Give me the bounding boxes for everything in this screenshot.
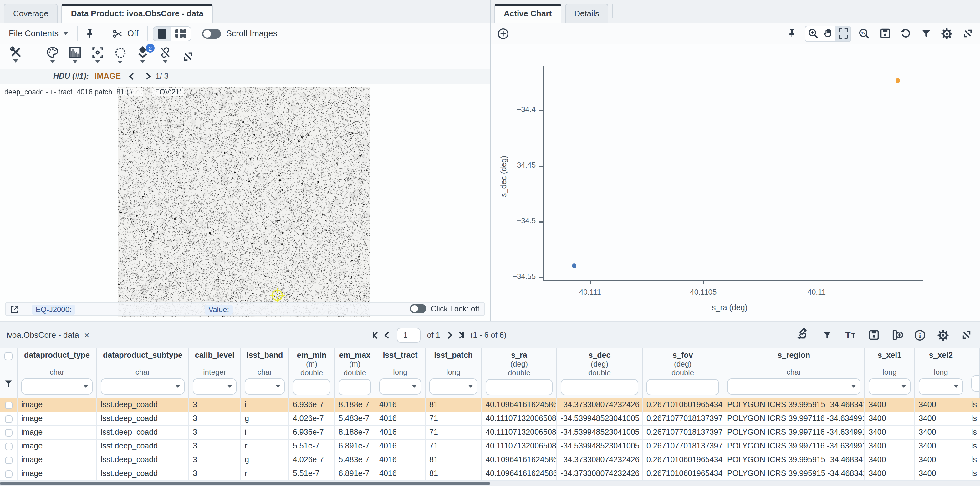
filter-input-s_ra[interactable] — [485, 379, 552, 395]
pin-button[interactable] — [82, 26, 97, 41]
row-checkbox[interactable] — [5, 470, 12, 478]
filter-input-s_xel2[interactable] — [919, 378, 963, 395]
table-row[interactable]: imagelsst.deep_coadd3i6.936e-78.188e-740… — [0, 399, 980, 412]
column-header-s_dec[interactable]: s_dec(deg)double — [557, 348, 643, 398]
close-icon[interactable]: × — [84, 330, 90, 340]
chevron-down-icon[interactable] — [412, 385, 417, 388]
hdu-next-button[interactable] — [144, 73, 151, 80]
column-header-lsst_patch[interactable]: lsst_patchlong — [426, 348, 482, 398]
hdu-prev-button[interactable] — [130, 73, 137, 80]
table-text-view-button[interactable] — [843, 327, 858, 343]
scrollbar-thumb[interactable] — [0, 481, 490, 485]
filter-input-s_xel1[interactable] — [869, 378, 910, 395]
region-select-button[interactable] — [111, 46, 130, 67]
chart-filter-button[interactable] — [919, 26, 934, 41]
chart-restore-button[interactable] — [898, 26, 913, 41]
table-row[interactable]: imagelsst.deep_coadd3g4.026e-75.483e-740… — [0, 453, 980, 467]
recenter-button[interactable] — [88, 46, 107, 67]
row-checkbox[interactable] — [5, 415, 12, 422]
chevron-down-icon[interactable] — [83, 385, 88, 388]
color-palette-button[interactable] — [43, 46, 62, 67]
table-analyze-button[interactable] — [793, 327, 812, 343]
tab-coverage[interactable]: Coverage — [4, 4, 58, 23]
scatter-point[interactable] — [896, 78, 900, 83]
column-header-em_min[interactable]: em_min(m)double — [289, 348, 335, 398]
column-header-em_max[interactable]: em_max(m)double — [335, 348, 375, 398]
table-settings-button[interactable] — [935, 327, 951, 343]
chevron-down-icon[interactable] — [954, 385, 959, 388]
image-tools-button[interactable] — [6, 46, 25, 67]
filter-input-calib_level[interactable] — [193, 378, 237, 395]
next-page-button[interactable] — [447, 332, 452, 337]
table-add-column-button[interactable] — [889, 327, 904, 343]
layers-button[interactable]: 2 — [133, 46, 152, 67]
column-header-s_ra[interactable]: s_ra(deg)double — [482, 348, 557, 398]
filter-input-partial[interactable] — [971, 375, 980, 392]
grid-view-button[interactable] — [171, 27, 191, 40]
column-header-lsst_tract[interactable]: lsst_tractlong — [375, 348, 426, 398]
add-chart-button[interactable] — [496, 26, 511, 41]
table-info-button[interactable] — [912, 327, 928, 343]
horizontal-scrollbar[interactable] — [0, 481, 980, 486]
chevron-down-icon[interactable] — [275, 385, 280, 388]
row-checkbox[interactable] — [5, 401, 12, 409]
chart-zoom-original-button[interactable] — [857, 26, 872, 41]
filter-input-dataproduct_type[interactable] — [21, 378, 92, 395]
column-header-s_region[interactable]: s_regionchar — [724, 348, 865, 398]
filter-input-s_dec[interactable] — [561, 379, 638, 395]
cutout-button[interactable]: Off — [108, 26, 142, 41]
filter-input-em_max[interactable] — [339, 379, 371, 395]
prev-page-button[interactable] — [386, 332, 391, 337]
tab-details[interactable]: Details — [565, 4, 609, 23]
column-header-calib_level[interactable]: calib_levelinteger — [189, 348, 241, 398]
table-title-tab[interactable]: ivoa.ObsCore - data × — [6, 330, 89, 340]
column-header-s_xel1[interactable]: s_xel1long — [865, 348, 915, 398]
table-row[interactable]: imagelsst.deep_coadd3g4.026e-75.483e-740… — [0, 412, 980, 426]
page-number-input[interactable]: 1 — [397, 327, 421, 343]
tab-active-chart[interactable]: Active Chart — [495, 4, 561, 23]
external-link-icon[interactable] — [10, 305, 19, 314]
stretch-histogram-button[interactable] — [66, 46, 84, 67]
chevron-down-icon[interactable] — [175, 385, 180, 388]
column-header-s_fov[interactable]: s_fov(deg)double — [643, 348, 724, 398]
click-lock-toggle[interactable] — [410, 304, 426, 313]
row-checkbox[interactable] — [5, 443, 12, 450]
filter-input-s_region[interactable] — [727, 378, 861, 395]
chart-settings-button[interactable] — [939, 26, 955, 41]
last-page-button[interactable] — [458, 332, 465, 338]
chart-pin-button[interactable] — [784, 26, 799, 41]
tab-data-product[interactable]: Data Product: ivoa.ObsCore - data — [62, 4, 213, 23]
chevron-down-icon[interactable] — [227, 385, 232, 388]
column-header-lsst_band[interactable]: lsst_bandchar — [241, 348, 289, 398]
column-header-dataproduct_type[interactable]: dataproduct_typechar — [18, 348, 97, 398]
row-checkbox[interactable] — [5, 429, 12, 436]
select-all-checkbox[interactable] — [5, 352, 13, 360]
single-view-button[interactable] — [154, 27, 171, 40]
table-save-button[interactable] — [866, 327, 881, 343]
chart-save-button[interactable] — [877, 26, 892, 41]
filter-input-s_fov[interactable] — [646, 379, 719, 395]
row-checkbox[interactable] — [5, 456, 12, 464]
filter-row-icon[interactable] — [3, 378, 14, 389]
chevron-down-icon[interactable] — [468, 385, 473, 388]
chevron-down-icon[interactable] — [901, 385, 906, 388]
expand-image-button[interactable] — [178, 46, 197, 67]
fits-image[interactable] — [118, 87, 371, 317]
scatter-chart[interactable]: −34.4−34.45−34.5−34.5540.11140.110540.11… — [491, 44, 980, 321]
filter-input-em_min[interactable] — [293, 379, 331, 395]
chevron-down-icon[interactable] — [851, 385, 856, 388]
first-page-button[interactable] — [373, 332, 380, 338]
fits-image-area[interactable]: deep_coadd - i - tract=4016 patch=81 (#…… — [0, 84, 490, 321]
filter-input-lsst_band[interactable] — [245, 378, 285, 395]
table-row[interactable]: imagelsst.deep_coadd3r5.51e-76.891e-7401… — [0, 467, 980, 481]
chart-zoom-button[interactable] — [805, 26, 821, 41]
chart-box-select-button[interactable] — [835, 26, 850, 41]
filter-input-lsst_tract[interactable] — [379, 378, 421, 395]
filter-input-lsst_patch[interactable] — [429, 378, 477, 395]
scatter-point[interactable] — [572, 263, 576, 268]
file-contents-dropdown[interactable]: File Contents — [5, 27, 72, 40]
filter-input-dataproduct_subtype[interactable] — [101, 378, 185, 395]
table-row[interactable]: imagelsst.deep_coadd3i6.936e-78.188e-740… — [0, 426, 980, 440]
table-expand-button[interactable] — [959, 327, 974, 343]
table-row[interactable]: imagelsst.deep_coadd3r5.51e-76.891e-7401… — [0, 440, 980, 453]
